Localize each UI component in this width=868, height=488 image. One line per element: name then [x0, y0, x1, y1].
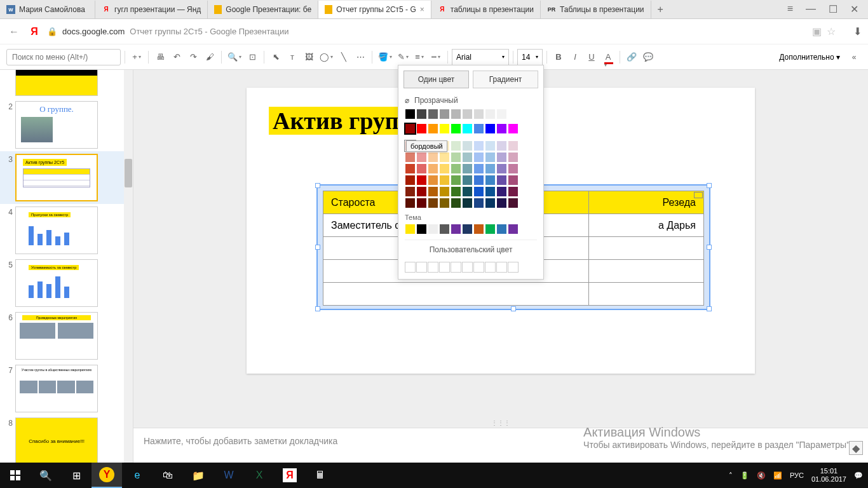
- new-slide-button[interactable]: +: [129, 49, 144, 65]
- color-swatch[interactable]: [508, 198, 519, 208]
- bold-button[interactable]: B: [551, 49, 566, 65]
- color-swatch[interactable]: [473, 224, 484, 234]
- resize-handle[interactable]: [707, 245, 712, 250]
- menu-icon[interactable]: ≡: [787, 3, 793, 15]
- thumbnail-row[interactable]: 3Актив группы 2Ст5: [0, 151, 124, 204]
- color-swatch[interactable]: [462, 175, 473, 186]
- collapse-toolbar-button[interactable]: «: [846, 49, 862, 65]
- thumbnail[interactable]: Успеваемость за семестр: [15, 259, 98, 307]
- thumbnail[interactable]: Участие группы в общественных мероприяти…: [15, 365, 98, 412]
- color-swatch[interactable]: [405, 224, 416, 234]
- custom-color-link[interactable]: Пользовательский цвет: [398, 240, 543, 259]
- color-swatch[interactable]: [439, 163, 450, 174]
- color-swatch[interactable]: [462, 123, 473, 134]
- undo-button[interactable]: ↶: [169, 49, 184, 65]
- color-swatch[interactable]: [405, 198, 416, 208]
- wifi-icon[interactable]: 📶: [773, 471, 782, 480]
- address-input[interactable]: 🔒 docs.google.com Отчет группы 2Ст5 - Go…: [47, 27, 807, 36]
- language-indicator[interactable]: РУС: [790, 471, 804, 479]
- color-swatch[interactable]: [473, 152, 484, 163]
- more-button[interactable]: Дополнительно ▾: [774, 53, 845, 62]
- color-swatch[interactable]: [405, 152, 416, 163]
- resize-handle[interactable]: [707, 183, 712, 188]
- thumbnail-row[interactable]: 5Успеваемость за семестр: [0, 257, 124, 309]
- gradient-tab[interactable]: Градиент: [473, 71, 538, 88]
- color-swatch[interactable]: [473, 109, 484, 119]
- protect-icon[interactable]: ▣: [812, 25, 822, 37]
- clock[interactable]: 15:01 01.06.2017: [811, 467, 846, 484]
- text-box-tool[interactable]: т: [285, 49, 300, 65]
- thumbnail[interactable]: О группе.: [15, 101, 98, 149]
- browser-tab[interactable]: Google Презентации: бе: [208, 1, 318, 18]
- excel-taskbar[interactable]: X: [244, 463, 275, 488]
- color-swatch[interactable]: [462, 109, 473, 119]
- color-swatch[interactable]: [451, 198, 461, 208]
- color-swatch[interactable]: [451, 224, 461, 234]
- solid-color-tab[interactable]: Один цвет: [403, 71, 469, 88]
- color-swatch[interactable]: [439, 186, 450, 197]
- transparent-option[interactable]: ⌀ Прозрачный: [398, 93, 543, 107]
- font-size-select[interactable]: 14▾: [517, 49, 543, 65]
- line-tool[interactable]: ╲: [336, 49, 351, 65]
- color-swatch[interactable]: [473, 163, 484, 174]
- color-swatch[interactable]: [416, 175, 427, 186]
- table-cell[interactable]: Резеда: [589, 191, 704, 214]
- thumbnail-row[interactable]: 7Участие группы в общественных мероприят…: [0, 362, 124, 415]
- close-icon[interactable]: ×: [420, 5, 424, 14]
- color-swatch[interactable]: [416, 152, 427, 163]
- menu-search-input[interactable]: [6, 49, 121, 65]
- color-swatch[interactable]: [405, 109, 416, 119]
- color-swatch[interactable]: [405, 186, 416, 197]
- comment-button[interactable]: ⋯: [353, 49, 368, 65]
- color-swatch[interactable]: [496, 140, 507, 151]
- store-taskbar[interactable]: 🛍: [153, 463, 183, 488]
- color-swatch[interactable]: [428, 186, 438, 197]
- speaker-notes[interactable]: Нажмите, чтобы добавить заметки докладчи…: [133, 428, 868, 463]
- resize-handle[interactable]: [511, 306, 516, 311]
- color-swatch[interactable]: [405, 123, 416, 134]
- color-swatch[interactable]: [428, 152, 438, 163]
- color-swatch[interactable]: [496, 123, 507, 134]
- new-tab-button[interactable]: +: [651, 4, 670, 15]
- color-swatch[interactable]: [451, 186, 461, 197]
- color-swatch[interactable]: [451, 109, 461, 119]
- yandex-browser-taskbar[interactable]: Y: [92, 463, 122, 488]
- font-select[interactable]: Arial▾: [452, 49, 509, 65]
- color-swatch[interactable]: [473, 123, 484, 134]
- color-swatch[interactable]: [462, 224, 473, 234]
- volume-icon[interactable]: 🔇: [757, 471, 766, 480]
- color-swatch[interactable]: [416, 224, 427, 234]
- thumbnail-row[interactable]: 6Проведенные мероприятия: [0, 309, 124, 362]
- battery-icon[interactable]: 🔋: [740, 471, 749, 480]
- color-swatch[interactable]: [496, 198, 507, 208]
- color-swatch[interactable]: [508, 163, 519, 174]
- table-cell[interactable]: [589, 260, 704, 283]
- table-cell[interactable]: [323, 283, 589, 306]
- color-swatch[interactable]: [439, 198, 450, 208]
- thumbnail-row[interactable]: 2О группе.: [0, 98, 124, 151]
- table-cell[interactable]: [589, 283, 704, 306]
- insert-comment-button[interactable]: 💬: [641, 49, 656, 65]
- color-swatch[interactable]: [428, 198, 438, 208]
- thumbnail-row[interactable]: 8Спасибо за внимание!!!: [0, 415, 124, 463]
- color-swatch[interactable]: [462, 186, 473, 197]
- color-swatch[interactable]: [485, 186, 496, 197]
- color-swatch[interactable]: [508, 224, 519, 234]
- color-swatch[interactable]: [473, 140, 484, 151]
- thumbnail[interactable]: Спасибо за внимание!!!: [15, 417, 98, 463]
- redo-button[interactable]: ↷: [186, 49, 201, 65]
- color-swatch[interactable]: [473, 198, 484, 208]
- color-swatch[interactable]: [451, 140, 461, 151]
- tray-chevron-icon[interactable]: ˄: [729, 471, 733, 480]
- color-swatch[interactable]: [485, 152, 496, 163]
- color-swatch[interactable]: [451, 123, 461, 134]
- color-swatch[interactable]: [405, 163, 416, 174]
- border-color-button[interactable]: ✎: [395, 49, 410, 65]
- browser-tab[interactable]: Ятаблицы в презентации: [431, 1, 541, 18]
- fill-color-button[interactable]: 🪣: [376, 49, 394, 65]
- thumbnail[interactable]: Актив группы 2Ст5: [15, 154, 98, 201]
- color-swatch[interactable]: [508, 140, 519, 151]
- color-swatch[interactable]: [496, 152, 507, 163]
- color-swatch[interactable]: [451, 175, 461, 186]
- browser-tab-active[interactable]: Отчет группы 2Ст5 - G×: [318, 1, 431, 18]
